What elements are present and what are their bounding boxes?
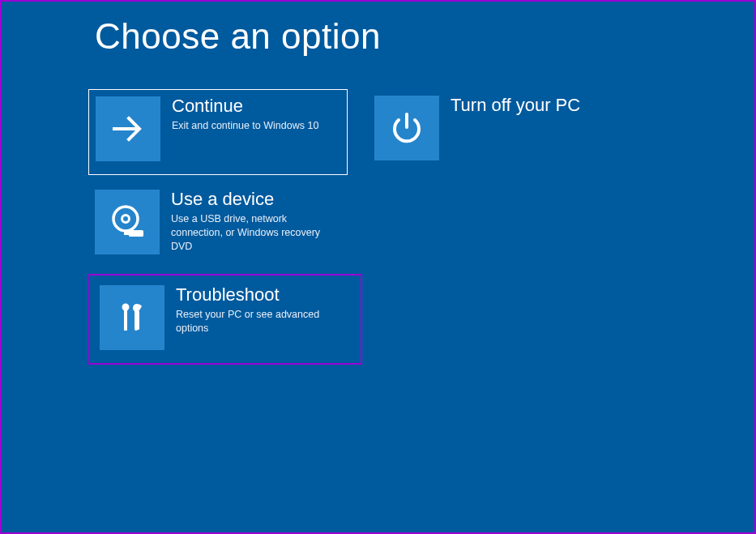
option-use-device[interactable]: Use a device Use a USB drive, network co…	[88, 183, 348, 269]
option-continue[interactable]: Continue Exit and continue to Windows 10	[88, 89, 348, 175]
arrow-right-icon	[96, 96, 160, 161]
page-title: Choose an option	[95, 16, 381, 57]
option-turn-off[interactable]: Turn off your PC	[368, 89, 627, 175]
svg-rect-4	[124, 232, 130, 235]
option-use-device-label: Use a device	[171, 190, 341, 209]
option-use-device-desc: Use a USB drive, network connection, or …	[171, 212, 341, 254]
option-troubleshoot[interactable]: Troubleshoot Reset your PC or see advanc…	[88, 274, 362, 365]
power-icon	[374, 96, 439, 160]
option-continue-desc: Exit and continue to Windows 10	[172, 119, 318, 133]
option-troubleshoot-label: Troubleshoot	[176, 285, 346, 305]
svg-rect-7	[136, 310, 139, 330]
option-troubleshoot-desc: Reset your PC or see advanced options	[176, 308, 346, 335]
svg-rect-3	[129, 230, 143, 237]
option-continue-label: Continue	[172, 96, 318, 116]
svg-point-1	[113, 207, 138, 231]
option-turn-off-label: Turn off your PC	[451, 96, 580, 115]
svg-rect-6	[124, 310, 127, 331]
svg-point-2	[122, 216, 130, 223]
disc-usb-icon	[95, 190, 160, 254]
tools-icon	[100, 285, 164, 350]
